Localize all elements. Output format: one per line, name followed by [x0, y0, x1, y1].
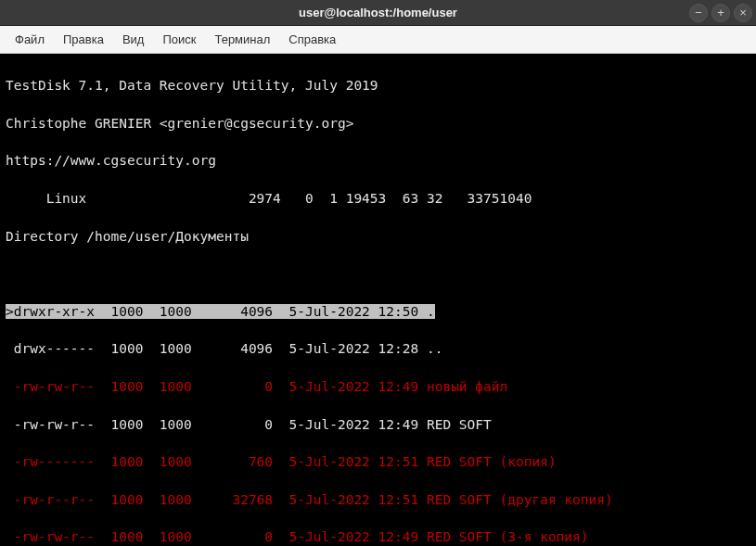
- menu-search[interactable]: Поиск: [153, 29, 205, 50]
- file-row-deleted[interactable]: -rw-rw-r-- 1000 1000 0 5-Jul-2022 12:49 …: [6, 527, 750, 546]
- directory-path: Directory /home/user/Документы: [6, 227, 750, 246]
- menu-edit[interactable]: Правка: [54, 29, 113, 50]
- menubar: Файл Правка Вид Поиск Терминал Справка: [0, 26, 756, 54]
- close-button[interactable]: ×: [734, 4, 752, 22]
- menu-file[interactable]: Файл: [6, 29, 54, 50]
- partition-info: Linux 2974 0 1 19453 63 32 33751040: [6, 189, 750, 208]
- titlebar: user@localhost:/home/user − + ×: [0, 0, 756, 26]
- file-row-current[interactable]: >drwxr-xr-x 1000 1000 4096 5-Jul-2022 12…: [6, 302, 750, 321]
- header-line2: Christophe GRENIER <grenier@cgsecurity.o…: [6, 114, 750, 133]
- menu-terminal[interactable]: Терминал: [205, 29, 279, 50]
- minimize-button[interactable]: −: [689, 4, 708, 22]
- header-line3: https://www.cgsecurity.org: [6, 151, 750, 170]
- selected-entry: >drwxr-xr-x 1000 1000 4096 5-Jul-2022 12…: [6, 304, 435, 319]
- file-row-deleted[interactable]: -rw------- 1000 1000 760 5-Jul-2022 12:5…: [6, 452, 750, 471]
- file-row-parent[interactable]: drwx------ 1000 1000 4096 5-Jul-2022 12:…: [6, 339, 750, 358]
- file-row[interactable]: -rw-rw-r-- 1000 1000 0 5-Jul-2022 12:49 …: [6, 415, 750, 434]
- menu-help[interactable]: Справка: [279, 29, 345, 50]
- file-row-deleted[interactable]: -rw-r--r-- 1000 1000 32768 5-Jul-2022 12…: [6, 490, 750, 509]
- header-line1: TestDisk 7.1, Data Recovery Utility, Jul…: [6, 76, 750, 95]
- terminal-content[interactable]: TestDisk 7.1, Data Recovery Utility, Jul…: [0, 54, 756, 546]
- maximize-button[interactable]: +: [711, 4, 730, 22]
- window-controls: − + ×: [689, 4, 752, 22]
- window-title: user@localhost:/home/user: [299, 6, 457, 19]
- blank-line: [6, 264, 750, 283]
- menu-view[interactable]: Вид: [113, 29, 154, 50]
- file-row-deleted[interactable]: -rw-rw-r-- 1000 1000 0 5-Jul-2022 12:49 …: [6, 377, 750, 396]
